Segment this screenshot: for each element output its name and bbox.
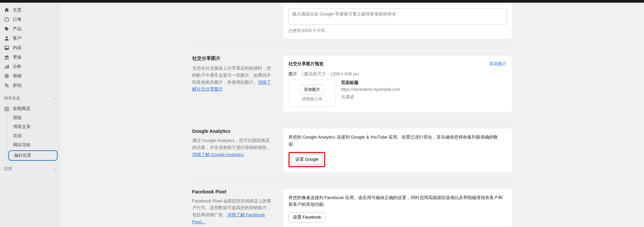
svg-rect-19 — [5, 107, 8, 111]
social-description: 当您在社交媒体上分享商店的链接时，您的帖子中通常会显示一张图片。如果找不到其他相… — [192, 65, 273, 93]
social-title: 社交分享图片 — [192, 55, 273, 62]
social-preview-card: 社交分享图片预览 添加图片 图片 （建议的尺寸：1200 x 628 px） 添… — [283, 55, 512, 112]
nav-label: 折扣 — [13, 82, 22, 88]
nav-online-store[interactable]: 在线商店 — [0, 104, 60, 113]
setup-facebook-button[interactable]: 设置 Facebook — [289, 212, 326, 223]
svg-rect-8 — [8, 57, 8, 59]
svg-point-16 — [5, 84, 6, 85]
upload-image-button[interactable]: 添加图片 — [300, 85, 325, 94]
preview-meta: 元描述 — [341, 94, 400, 100]
svg-rect-0 — [5, 18, 8, 21]
apps-header[interactable]: 应用 › — [0, 163, 60, 175]
svg-point-17 — [7, 86, 8, 87]
nav-products[interactable]: 产品 — [0, 24, 60, 34]
content-icon — [4, 45, 9, 50]
ga-card: 将您的 Google Analytics 连接到 Google & YouTub… — [283, 128, 512, 173]
svg-rect-1 — [6, 17, 8, 18]
meta-description-card: 已使用 0/320 个字符 — [283, 3, 512, 39]
fb-description: Facebook Pixel 会跟踪您在线商店上的客户行为。这些数据可提高您的营… — [192, 198, 273, 226]
meta-description-input[interactable] — [289, 8, 507, 25]
customers-icon — [4, 36, 9, 41]
nav-analytics[interactable]: 分析 — [0, 62, 60, 71]
svg-rect-6 — [5, 57, 6, 59]
top-bar — [0, 0, 644, 3]
social-preview-info: 页面标题 https://storename.myshopify.com 元描述 — [341, 80, 400, 100]
svg-point-2 — [6, 28, 6, 29]
sidebar: 主页 订单 产品 客户 内容 资金 分析 营销 — [0, 3, 60, 227]
svg-rect-7 — [6, 57, 7, 59]
sub-pages[interactable]: 页面 — [7, 131, 60, 141]
ga-title: Google Analytics — [192, 128, 273, 134]
nav-label: 在线商店 — [13, 106, 30, 112]
discounts-icon — [4, 83, 9, 88]
online-store-subitems: 模板 博客文章 页面 网站导航 偏好设置 — [7, 113, 60, 161]
sub-templates[interactable]: 模板 — [7, 113, 60, 122]
nav-orders[interactable]: 订单 — [0, 15, 60, 24]
chevron-right-icon: › — [54, 96, 56, 101]
setup-google-button[interactable]: 设置 Google — [291, 154, 323, 165]
nav-customers[interactable]: 客户 — [0, 34, 60, 43]
nav-label: 资金 — [13, 54, 22, 60]
nav-content[interactable]: 内容 — [0, 43, 60, 52]
ga-card-desc: 将您的 Google Analytics 连接到 Google & YouTub… — [289, 134, 507, 148]
svg-line-18 — [5, 84, 8, 87]
upload-hint: 或拖放上传 — [296, 97, 329, 102]
nav-finance[interactable]: 资金 — [0, 52, 60, 62]
products-icon — [4, 26, 9, 32]
sub-preferences[interactable]: 偏好设置 — [8, 150, 58, 161]
preview-url: https://storename.myshopify.com — [341, 87, 400, 92]
nav-label: 主页 — [13, 7, 22, 13]
ga-learn-more-link[interactable]: 详细了解 Google Analytics — [192, 152, 243, 157]
nav-marketing[interactable]: 营销 — [0, 71, 60, 81]
fb-card: 将您的像素连接到 Facebook 应用。该应用可确保正确的设置，同时启用高级跟… — [283, 189, 512, 227]
image-field-label: 图片 （建议的尺寸：1200 x 628 px） — [289, 71, 507, 77]
nav-label: 产品 — [13, 26, 22, 32]
marketing-icon — [4, 73, 9, 79]
char-count: 已使用 0/320 个字符 — [289, 28, 507, 34]
nav-label: 内容 — [13, 45, 22, 51]
svg-point-3 — [6, 36, 8, 38]
svg-point-15 — [6, 76, 7, 76]
sub-blog[interactable]: 博客文章 — [7, 122, 60, 131]
ga-button-highlight: 设置 Google — [289, 152, 326, 167]
fb-title: Facebook Pixel — [192, 189, 273, 194]
store-icon — [4, 106, 9, 111]
nav-label: 客户 — [13, 35, 22, 41]
svg-rect-9 — [5, 59, 9, 60]
ga-description: 通过 Google Analytics，您可以跟踪商店的访客，并生成有助于进行营… — [192, 137, 273, 158]
nav-label: 订单 — [13, 16, 22, 23]
sub-navigation[interactable]: 网站导航 — [7, 141, 60, 150]
social-card-title: 社交分享图片预览 — [289, 61, 324, 67]
svg-point-5 — [6, 47, 6, 47]
orders-icon — [4, 17, 9, 22]
analytics-icon — [4, 64, 9, 69]
sales-channels-header[interactable]: 销售渠道 › — [0, 93, 60, 104]
home-icon — [4, 7, 9, 13]
preview-page-title: 页面标题 — [341, 80, 400, 86]
add-image-link[interactable]: 添加图片 — [489, 61, 507, 67]
svg-point-20 — [6, 108, 8, 110]
svg-rect-11 — [6, 66, 7, 69]
section-label: 应用 — [4, 166, 12, 172]
svg-rect-12 — [8, 65, 8, 68]
nav-home[interactable]: 主页 — [0, 5, 60, 15]
finance-icon — [4, 54, 9, 60]
nav-discounts[interactable]: 折扣 — [0, 81, 60, 90]
image-upload-dropzone[interactable]: 添加图片 或拖放上传 — [289, 80, 336, 107]
section-label: 销售渠道 — [4, 96, 20, 101]
main-content: 已使用 0/320 个字符 社交分享图片 当您在社交媒体上分享商店的链接时，您的… — [60, 3, 644, 227]
nav-label: 分析 — [13, 64, 22, 70]
chevron-right-icon: › — [54, 167, 56, 172]
svg-rect-10 — [5, 67, 5, 69]
fb-card-desc: 将您的像素连接到 Facebook 应用。该应用可确保正确的设置，同时启用高级跟… — [289, 194, 507, 209]
nav-label: 营销 — [13, 73, 22, 79]
